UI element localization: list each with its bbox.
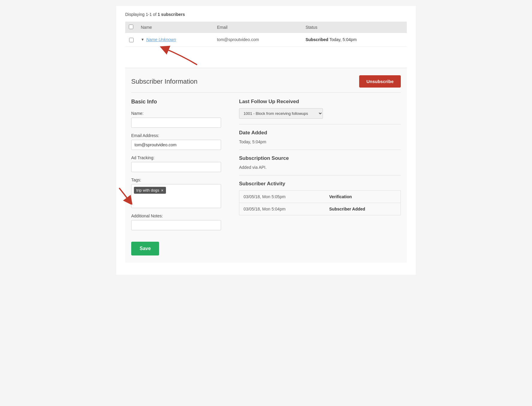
row-expand-icon[interactable]: ▼: [141, 37, 144, 42]
date-added-title: Date Added: [239, 130, 401, 136]
email-form-group: Email Address:: [131, 133, 221, 150]
tag-text: trip with dogs: [136, 188, 159, 193]
name-input[interactable]: [131, 118, 221, 128]
date-added-section: Date Added Today, 5:04pm: [239, 130, 401, 150]
col-email: Email: [213, 22, 302, 33]
additional-notes-label: Additional Notes:: [131, 213, 221, 218]
subscription-source-value: Added via API.: [239, 165, 401, 170]
email-input[interactable]: [131, 140, 221, 150]
ad-tracking-form-group: Ad Tracking:: [131, 155, 221, 172]
activity-type: Subscriber Added: [325, 203, 400, 215]
save-button[interactable]: Save: [131, 242, 159, 255]
subscriber-info-header: Subscriber Information Unsubscribe: [131, 75, 401, 93]
tags-label: Tags:: [131, 178, 221, 182]
basic-info-title: Basic Info: [131, 99, 221, 105]
tag-chip: trip with dogs ×: [134, 187, 166, 194]
col-status: Status: [302, 22, 407, 33]
additional-notes-form-group: Additional Notes:: [131, 213, 221, 230]
subscriber-info-title: Subscriber Information: [131, 78, 197, 85]
subscription-source-section: Subscription Source Added via API.: [239, 155, 401, 175]
ad-tracking-input[interactable]: [131, 162, 221, 172]
select-all-checkbox[interactable]: [129, 25, 133, 29]
date-added-value: Today, 5:04pm: [239, 139, 401, 144]
tag-remove-icon[interactable]: ×: [161, 188, 164, 193]
displaying-count: Displaying 1-1 of 1 subscribers: [125, 12, 407, 17]
col-name: Name: [137, 22, 213, 33]
tags-arrow-annotation: [113, 187, 137, 204]
basic-info-section: Basic Info Name: Email Address: Ad Track…: [131, 99, 221, 255]
activity-date: 03/05/18, Mon 5:05pm: [239, 191, 325, 203]
additional-notes-input[interactable]: [131, 220, 221, 230]
activity-section: Subscriber Activity 03/05/18, Mon 5:05pm…: [239, 181, 401, 221]
subscriber-table: Name Email Status ▼ Name Unknown to: [125, 22, 407, 47]
name-form-group: Name:: [131, 111, 221, 128]
subscriber-email: tom@sproutvideo.com: [213, 33, 302, 47]
tags-input-wrapper[interactable]: trip with dogs ×: [131, 184, 221, 208]
email-label: Email Address:: [131, 133, 221, 138]
subscriber-info-panel: Subscriber Information Unsubscribe Basic…: [125, 68, 407, 263]
activity-title: Subscriber Activity: [239, 181, 401, 187]
name-label: Name:: [131, 111, 221, 116]
arrow-annotation: [149, 44, 209, 68]
followup-select[interactable]: 1001 - Block from receiving followups: [239, 108, 323, 119]
activity-type: Verification: [325, 191, 400, 203]
subscriber-name-link[interactable]: Name Unknown: [146, 37, 176, 42]
activity-date: 03/05/18, Mon 5:04pm: [239, 203, 325, 215]
tags-form-group: Tags: trip with dogs ×: [131, 178, 221, 208]
table-row: ▼ Name Unknown tom@sproutvideo.com Subsc…: [125, 33, 407, 47]
activity-row: 03/05/18, Mon 5:04pm Subscriber Added: [239, 203, 401, 215]
followup-title: Last Follow Up Received: [239, 99, 401, 105]
subscription-source-title: Subscription Source: [239, 155, 401, 161]
right-info-column: Last Follow Up Received 1001 - Block fro…: [239, 99, 401, 255]
followup-section: Last Follow Up Received 1001 - Block fro…: [239, 99, 401, 124]
ad-tracking-label: Ad Tracking:: [131, 155, 221, 160]
activity-table: 03/05/18, Mon 5:05pm Verification 03/05/…: [239, 190, 401, 215]
activity-row: 03/05/18, Mon 5:05pm Verification: [239, 191, 401, 203]
unsubscribe-button[interactable]: Unsubscribe: [359, 75, 401, 88]
row-checkbox[interactable]: [129, 38, 134, 42]
subscriber-status: Subscribed Today, 5:04pm: [302, 33, 407, 47]
